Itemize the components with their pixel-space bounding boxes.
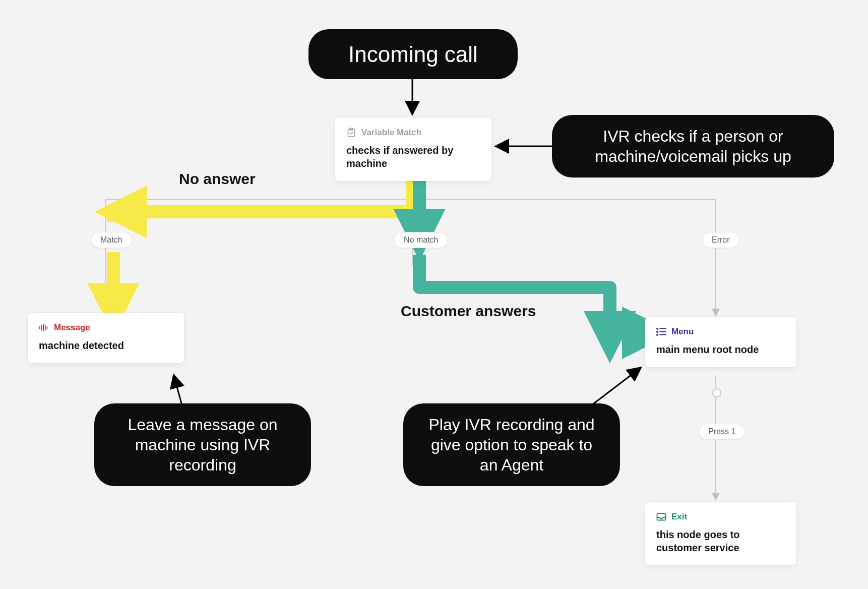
branch-label-no-match: No match	[394, 232, 448, 248]
node-variable-match[interactable]: Variable Match checks if answered by mac…	[335, 117, 491, 181]
node-type-row: Menu	[656, 327, 785, 337]
node-title: machine detected	[39, 339, 173, 352]
annotation-text: Leave a message on machine using IVR rec…	[128, 416, 277, 474]
ivr-flow-diagram: Incoming call IVR checks if a person or …	[0, 0, 868, 589]
path-label-customer-answers: Customer answers	[401, 303, 536, 320]
node-type-label: Variable Match	[361, 128, 421, 138]
path-label-no-answer: No answer	[179, 170, 256, 188]
svg-point-19	[656, 331, 658, 333]
annotation-incoming-call: Incoming call	[308, 29, 518, 79]
annotation-text: Incoming call	[348, 42, 478, 67]
annotation-text: IVR checks if a person or machine/voicem…	[595, 127, 791, 165]
node-menu[interactable]: Menu main menu root node	[645, 317, 796, 367]
node-type-label: Exit	[671, 512, 687, 522]
annotation-ivr-checks: IVR checks if a person or machine/voicem…	[552, 115, 834, 178]
svg-line-2	[174, 376, 181, 403]
node-type-row: Message	[39, 323, 173, 333]
branch-label-match: Match	[91, 232, 132, 248]
node-type-label: Message	[54, 323, 90, 333]
branch-label-press-1: Press 1	[699, 424, 745, 440]
annotation-text: Play IVR recording and give option to sp…	[428, 416, 594, 474]
exit-tray-icon	[656, 512, 666, 522]
node-type-row: Variable Match	[346, 128, 480, 138]
annotation-leave-message: Leave a message on machine using IVR rec…	[94, 403, 311, 486]
annotation-play-ivr: Play IVR recording and give option to sp…	[403, 403, 620, 486]
node-type-label: Menu	[671, 327, 694, 337]
svg-point-20	[656, 334, 658, 336]
node-title: checks if answered by machine	[346, 144, 480, 170]
svg-point-18	[656, 328, 658, 330]
connector-port	[712, 388, 721, 397]
node-exit[interactable]: Exit this node goes to customer service	[645, 502, 796, 565]
node-type-row: Exit	[656, 512, 785, 522]
node-title: this node goes to customer service	[656, 528, 785, 554]
connector-lines	[0, 0, 868, 589]
audio-waveform-icon	[39, 323, 49, 333]
node-title: main menu root node	[656, 343, 785, 356]
svg-line-3	[587, 368, 640, 408]
branch-label-error: Error	[702, 232, 739, 248]
menu-list-icon	[656, 327, 666, 337]
clipboard-check-icon	[346, 128, 356, 138]
highlight-arrows	[0, 0, 868, 589]
node-message[interactable]: Message machine detected	[28, 313, 184, 363]
